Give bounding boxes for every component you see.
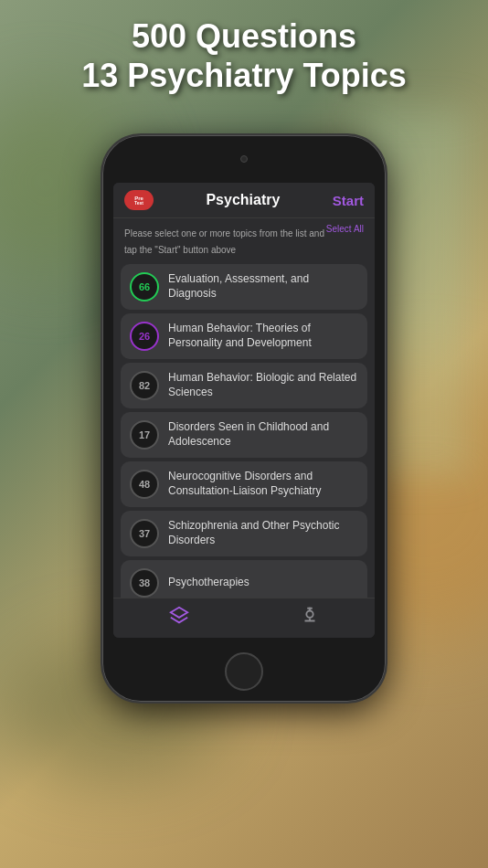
app-header: Pre Test Psychiatry Start bbox=[113, 183, 375, 218]
topic-badge: 66 bbox=[130, 272, 159, 302]
topic-name: Psychotherapies bbox=[168, 576, 358, 590]
topic-badge: 26 bbox=[130, 322, 159, 351]
list-item[interactable]: 37 Schizophrenia and Other Psychotic Dis… bbox=[121, 511, 367, 556]
topics-list[interactable]: 66 Evaluation, Assessment, and Diagnosis… bbox=[113, 260, 375, 598]
app-screen: Pre Test Psychiatry Start Select All Ple… bbox=[113, 183, 375, 638]
topic-badge: 82 bbox=[130, 371, 159, 400]
topic-name: Schizophrenia and Other Psychotic Disord… bbox=[168, 519, 358, 547]
list-item[interactable]: 26 Human Behavior: Theories of Personali… bbox=[121, 313, 367, 359]
topic-name: Human Behavior: Theories of Personality … bbox=[168, 322, 358, 350]
phone-camera bbox=[240, 155, 248, 163]
headline-line2: 13 Psychiatry Topics bbox=[0, 56, 488, 95]
topic-badge: 38 bbox=[130, 568, 159, 598]
topic-name: Neurocognitive Disorders and Consultatio… bbox=[168, 470, 358, 498]
list-item[interactable]: 38 Psychotherapies bbox=[121, 560, 367, 598]
topic-badge: 17 bbox=[130, 420, 159, 450]
list-item[interactable]: 66 Evaluation, Assessment, and Diagnosis bbox=[121, 264, 367, 310]
instruction-bar: Select All Please select one or more top… bbox=[113, 218, 375, 260]
select-all-button[interactable]: Select All bbox=[326, 224, 364, 234]
headline: 500 Questions 13 Psychiatry Topics bbox=[0, 16, 488, 95]
topic-name: Disorders Seen in Childhood and Adolesce… bbox=[168, 420, 358, 449]
start-button[interactable]: Start bbox=[333, 193, 364, 208]
app-title: Psychiatry bbox=[206, 192, 280, 208]
tab-microscope-icon[interactable] bbox=[300, 606, 320, 630]
tab-layers-icon[interactable] bbox=[169, 606, 189, 630]
topic-badge: 37 bbox=[130, 519, 159, 548]
tab-bar bbox=[113, 598, 375, 638]
topic-badge: 48 bbox=[130, 470, 159, 499]
svg-marker-0 bbox=[170, 608, 186, 618]
phone-shell: Pre Test Psychiatry Start Select All Ple… bbox=[102, 135, 386, 702]
list-item[interactable]: 82 Human Behavior: Biologic and Related … bbox=[121, 363, 367, 408]
phone-screen: Pre Test Psychiatry Start Select All Ple… bbox=[113, 183, 375, 638]
headline-line1: 500 Questions bbox=[0, 16, 488, 56]
phone-home-button[interactable] bbox=[225, 652, 263, 691]
topic-name: Human Behavior: Biologic and Related Sci… bbox=[168, 371, 358, 399]
instruction-text: Please select one or more topics from th… bbox=[124, 228, 324, 255]
list-item[interactable]: 48 Neurocognitive Disorders and Consulta… bbox=[121, 461, 367, 507]
svg-point-1 bbox=[306, 611, 313, 618]
topic-name: Evaluation, Assessment, and Diagnosis bbox=[168, 272, 358, 301]
pretest-logo: Pre Test bbox=[124, 190, 154, 210]
list-item[interactable]: 17 Disorders Seen in Childhood and Adole… bbox=[121, 412, 367, 458]
